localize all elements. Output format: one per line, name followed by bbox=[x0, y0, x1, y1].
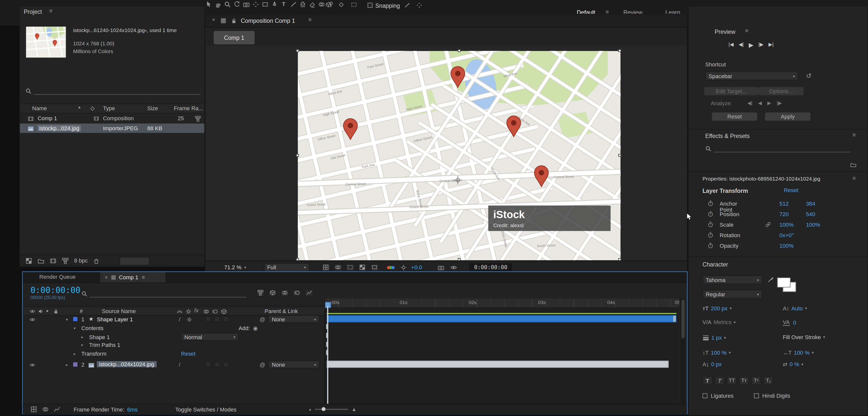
collapse-column-icon[interactable] bbox=[185, 308, 191, 315]
shape1-row[interactable]: ▸ Shape 1 Normal▾ bbox=[23, 333, 324, 341]
property-value[interactable]: 0x+0° bbox=[779, 232, 794, 238]
composition-mini-flowchart-icon[interactable] bbox=[256, 289, 265, 297]
selection-handle[interactable] bbox=[296, 258, 299, 261]
comp-current-time[interactable]: 0:00:00:00 bbox=[469, 263, 512, 271]
pen-tool-icon[interactable] bbox=[270, 0, 279, 8]
3d-switch[interactable] bbox=[223, 362, 228, 367]
analyze-back-icon[interactable]: ◀ bbox=[758, 100, 762, 106]
shape-tool-icon[interactable] bbox=[260, 0, 270, 8]
motion-blur-switch[interactable] bbox=[214, 316, 220, 322]
mask-visibility-icon[interactable] bbox=[334, 264, 342, 271]
transparency-grid-icon[interactable] bbox=[358, 264, 367, 271]
close-tab-icon[interactable]: × bbox=[212, 17, 215, 23]
previous-frame-button[interactable]: ◀| bbox=[739, 41, 744, 49]
options-button[interactable]: Options... bbox=[758, 87, 804, 95]
frame-blend-switch[interactable] bbox=[206, 316, 211, 322]
analyze-ahead-icon[interactable]: |▶ bbox=[777, 100, 782, 106]
motion-blur-column-icon[interactable] bbox=[212, 308, 218, 315]
stopwatch-icon[interactable] bbox=[708, 200, 714, 207]
transform-row[interactable]: ▸ Transform Reset bbox=[23, 350, 324, 358]
fill-color-swatch[interactable] bbox=[777, 277, 790, 288]
property-value-y[interactable]: 540 bbox=[806, 211, 815, 217]
close-tab-icon[interactable]: × bbox=[104, 274, 108, 280]
timeline-zoom-slider[interactable] bbox=[315, 409, 348, 410]
layer-transform-reset-link[interactable]: Reset bbox=[784, 187, 799, 194]
composition-panel-menu-icon[interactable]: ≡ bbox=[308, 17, 312, 23]
tracking-value[interactable]: 0 bbox=[793, 319, 796, 325]
snapshot-icon[interactable] bbox=[437, 264, 445, 270]
new-composition-icon[interactable] bbox=[50, 257, 57, 264]
rotation-tool-icon[interactable] bbox=[232, 0, 242, 8]
analyze-backward-icon[interactable]: ◀| bbox=[747, 100, 752, 106]
sort-ascending-icon[interactable]: ▲ bbox=[78, 105, 81, 109]
timeline-search-input[interactable] bbox=[90, 290, 246, 298]
pan-behind-tool-icon[interactable] bbox=[251, 0, 260, 8]
stroke-mode-caret-icon[interactable]: ▾ bbox=[823, 335, 825, 339]
reset-shortcut-icon[interactable]: ↺ bbox=[806, 72, 811, 80]
superscript-button[interactable]: T¹ bbox=[751, 376, 761, 385]
properties-panel-menu-icon[interactable]: ≡ bbox=[852, 175, 856, 181]
shy-column-icon[interactable] bbox=[177, 308, 183, 315]
selection-handle[interactable] bbox=[458, 49, 461, 52]
horizontal-scale-value[interactable]: 100 % bbox=[794, 350, 810, 356]
first-frame-button[interactable]: |◀ bbox=[728, 41, 734, 49]
next-frame-button[interactable]: |▶ bbox=[758, 41, 764, 49]
all-caps-button[interactable]: TT bbox=[727, 376, 737, 385]
flowchart-icon[interactable] bbox=[195, 115, 201, 122]
transform-reset-link[interactable]: Reset bbox=[181, 351, 195, 357]
lock-icon[interactable] bbox=[231, 17, 237, 24]
layer-color-chip[interactable] bbox=[72, 362, 78, 367]
brush-tool-icon[interactable] bbox=[288, 0, 298, 8]
zoom-in-mountain-icon[interactable]: ▲ bbox=[352, 407, 356, 412]
stopwatch-icon[interactable] bbox=[708, 210, 714, 217]
view-layout-icon[interactable] bbox=[370, 264, 379, 271]
layer-row-1[interactable]: ▾ 1 ★ Shape Layer 1 / @ None▾ bbox=[23, 315, 324, 323]
comp-selector-tab[interactable]: Comp 1 bbox=[214, 31, 255, 44]
stroke-mode-value[interactable]: Fill Over Stroke bbox=[783, 334, 821, 340]
exposure-value[interactable]: +0.0 bbox=[411, 264, 422, 270]
shape-twirl-icon[interactable]: ▸ bbox=[81, 335, 83, 339]
stroke-width-caret-icon[interactable]: ▾ bbox=[724, 336, 726, 339]
clone-stamp-tool-icon[interactable] bbox=[298, 0, 307, 8]
snap-target-icon[interactable] bbox=[415, 1, 424, 9]
property-value-x[interactable]: 100% bbox=[779, 221, 794, 228]
project-bit-depth[interactable]: 8 bpc bbox=[74, 258, 88, 264]
parent-dropdown[interactable]: None▾ bbox=[269, 315, 319, 323]
eyedropper-icon[interactable] bbox=[767, 276, 774, 283]
property-value-y[interactable]: 100% bbox=[806, 221, 820, 228]
small-caps-button[interactable]: Tᴛ bbox=[739, 376, 749, 385]
toggle-switches-modes-button[interactable]: Toggle Switches / Modes bbox=[175, 406, 237, 412]
quality-switch[interactable]: / bbox=[179, 362, 180, 368]
type-tool-icon[interactable]: T bbox=[279, 0, 288, 8]
column-header-name[interactable]: Name bbox=[32, 105, 47, 111]
composition-tab-title[interactable]: Composition Comp 1 bbox=[241, 17, 295, 24]
project-search-input[interactable] bbox=[34, 87, 200, 95]
new-folder-icon[interactable] bbox=[37, 257, 44, 264]
fx-column-icon[interactable]: fx bbox=[194, 307, 198, 314]
region-of-interest-icon[interactable] bbox=[346, 264, 355, 271]
draft-3d-icon[interactable] bbox=[269, 289, 277, 297]
baseline-shift-value[interactable]: 0 px bbox=[711, 361, 721, 367]
parent-dropdown[interactable]: None▾ bbox=[269, 361, 319, 368]
last-frame-button[interactable]: ▶| bbox=[768, 41, 773, 49]
stopwatch-icon[interactable] bbox=[708, 232, 714, 238]
shortcut-dropdown[interactable]: Spacebar▾ bbox=[705, 71, 799, 80]
layer-twirl-icon[interactable]: ▾ bbox=[66, 317, 68, 321]
render-queue-tab[interactable]: Render Queue bbox=[39, 274, 75, 280]
hindi-digits-checkbox[interactable] bbox=[754, 393, 759, 398]
selection-handle[interactable] bbox=[618, 49, 621, 52]
layer-visibility-icon[interactable] bbox=[29, 316, 35, 323]
project-row-comp1[interactable]: Comp 1 Composition 25 bbox=[20, 114, 205, 123]
motion-blur-switch[interactable] bbox=[214, 362, 220, 367]
camera-tool-icon[interactable] bbox=[241, 0, 251, 8]
collapse-switch[interactable] bbox=[186, 316, 192, 323]
pickwhip-icon[interactable]: @ bbox=[259, 362, 265, 368]
link-dimensions-icon[interactable] bbox=[765, 221, 771, 228]
trim-twirl-icon[interactable]: ▸ bbox=[81, 343, 83, 347]
layer-row-2[interactable]: ▸ 2 istockp...024x1024.jpg / @ None▾ bbox=[23, 361, 324, 369]
property-value-y[interactable]: 384 bbox=[806, 201, 815, 207]
column-header-number[interactable]: # bbox=[80, 308, 83, 314]
interpret-footage-icon[interactable] bbox=[26, 257, 32, 264]
quality-switch[interactable]: / bbox=[179, 316, 180, 322]
selection-tool-icon[interactable] bbox=[204, 0, 213, 8]
